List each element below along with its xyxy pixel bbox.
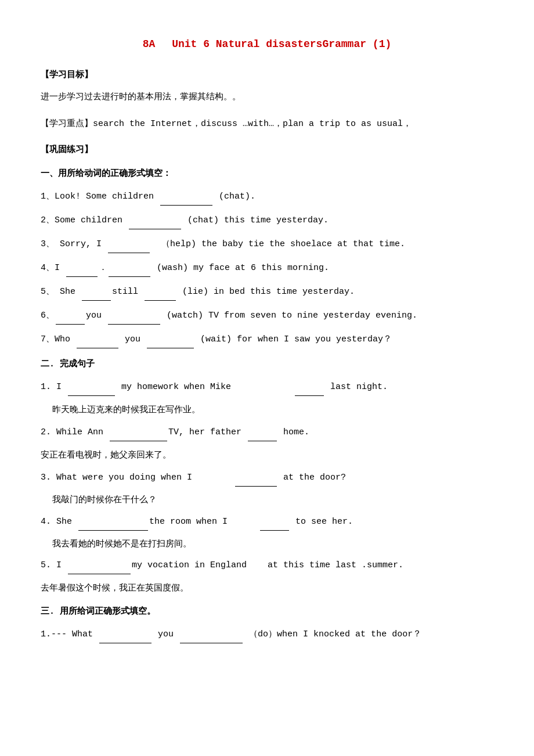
- section3-title: 三. 用所给词正确形式填空。: [41, 604, 493, 620]
- list-item: 4. She the room when I to see her.: [41, 513, 493, 531]
- page-title: 8A Unit 6 Natural disastersGrammar (1): [41, 35, 493, 53]
- chinese-translation: 我敲门的时候你在干什么？: [52, 492, 493, 509]
- blank[interactable]: [108, 307, 160, 325]
- blank[interactable]: [109, 259, 150, 277]
- list-item: 2、Some children (chat) this time yesterd…: [41, 211, 493, 229]
- learning-goal-content: 进一步学习过去进行时的基本用法，掌握其结构。。: [41, 89, 493, 106]
- blank[interactable]: [66, 259, 98, 277]
- blank[interactable]: [248, 423, 277, 441]
- blank[interactable]: [82, 283, 111, 301]
- list-item: 6、 you (watch) TV from seven to nine yes…: [41, 307, 493, 325]
- blank[interactable]: [160, 188, 212, 206]
- list-item: 1.--- What you （do）when I knocked at the…: [41, 625, 493, 643]
- blank[interactable]: [77, 330, 118, 348]
- list-item: 3. What were you doing when I at the doo…: [41, 469, 493, 487]
- section2-title: 二. 完成句子: [41, 357, 493, 372]
- list-item: 2. While Ann TV, her father home.: [41, 423, 493, 441]
- key-points: 【学习重点】search the Internet，discuss …with……: [41, 116, 493, 133]
- chinese-translation: 安正在看电视时，她父亲回来了。: [41, 447, 493, 463]
- blank[interactable]: [108, 235, 150, 253]
- chinese-translation: 昨天晚上迈克来的时候我正在写作业。: [52, 402, 493, 417]
- blank[interactable]: [145, 283, 176, 301]
- list-item: 1. I my homework when Mike last night.: [41, 378, 493, 396]
- blank[interactable]: [68, 378, 115, 396]
- list-item: 7、Who you (wait) for when I saw you yest…: [41, 330, 493, 348]
- list-item: 3、 Sorry, I （help) the baby tie the shoe…: [41, 235, 493, 253]
- key-points-label: 【学习重点】: [41, 119, 93, 129]
- key-points-content: search the Internet，discuss …with…，plan …: [93, 119, 412, 129]
- practice-label: 【巩固练习】: [41, 142, 493, 158]
- blank[interactable]: [78, 513, 148, 531]
- blank[interactable]: [99, 625, 151, 643]
- blank[interactable]: [260, 513, 289, 531]
- page-container: 8A Unit 6 Natural disastersGrammar (1) 【…: [41, 35, 493, 643]
- list-item: 4、I ． (wash) my face at 6 this morning.: [41, 259, 493, 277]
- blank[interactable]: [147, 330, 194, 348]
- blank[interactable]: [295, 378, 324, 396]
- blank[interactable]: [110, 423, 167, 441]
- blank[interactable]: [56, 307, 85, 325]
- chinese-translation: 我去看她的时候她不是在打扫房间。: [52, 537, 493, 553]
- list-item: 5. I my vocation in England at this time…: [41, 556, 493, 574]
- blank[interactable]: [180, 625, 243, 643]
- list-item: 5、 She still (lie) in bed this time yest…: [41, 283, 493, 301]
- chinese-translation: 去年暑假这个时候，我正在英国度假。: [41, 580, 493, 596]
- learning-goal-label: 【学习目标】: [41, 67, 493, 83]
- section1-title: 一、用所给动词的正确形式填空：: [41, 166, 493, 182]
- blank[interactable]: [68, 556, 131, 574]
- blank[interactable]: [235, 469, 277, 487]
- blank[interactable]: [129, 211, 181, 229]
- list-item: 1、Look! Some children (chat).: [41, 188, 493, 206]
